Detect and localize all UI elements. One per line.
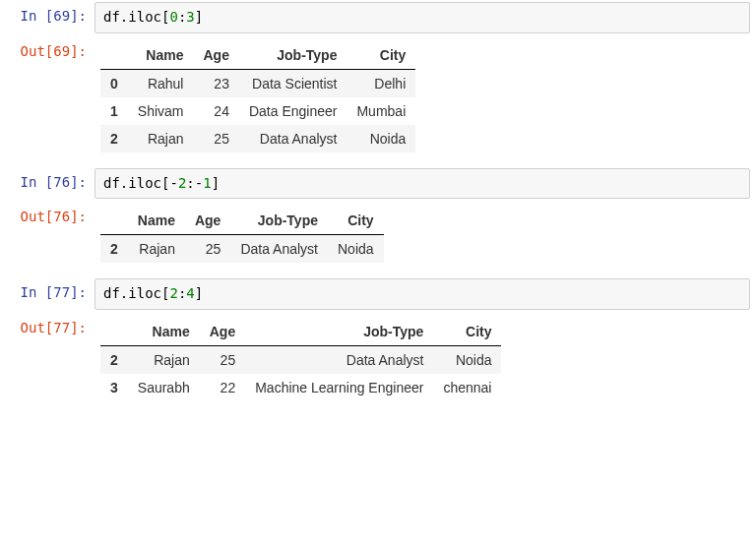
cell-value: Data Analyst: [239, 125, 347, 152]
code-token: iloc: [128, 175, 161, 191]
cell-value: Noida: [328, 235, 384, 264]
cell-value: 23: [193, 69, 238, 97]
cell-value: Noida: [433, 345, 501, 374]
table-row: 3Saurabh22Machine Learning Engineerchenn…: [100, 374, 501, 401]
output-area: NameAgeJob-TypeCity0Rahul23Data Scientis…: [94, 37, 756, 164]
row-index: 0: [100, 69, 128, 97]
table-body: 2Rajan25Data AnalystNoida: [100, 235, 384, 264]
code-token: 2: [169, 285, 177, 301]
cell-value: Data Engineer: [239, 97, 347, 125]
output-area: NameAgeJob-TypeCity2Rajan25Data AnalystN…: [94, 203, 756, 274]
input-cell: In [76]:df.iloc[-2:-1]: [0, 166, 756, 202]
cell-value: 25: [200, 345, 245, 374]
code-token: 3: [186, 9, 194, 25]
code-token: :: [186, 175, 194, 191]
cell-value: Shivam: [128, 97, 194, 125]
cell-value: Noida: [346, 125, 415, 152]
code-token: 0: [169, 9, 177, 25]
table-head: NameAgeJob-TypeCity: [100, 318, 501, 346]
cell-value: Rajan: [128, 125, 194, 152]
index-header: [100, 318, 128, 346]
code-token: df: [103, 175, 120, 191]
cell-value: Saurabh: [128, 374, 200, 401]
cell-value: Rajan: [128, 235, 185, 264]
cell-value: Data Analyst: [245, 345, 433, 374]
code-token: ]: [195, 9, 203, 25]
column-header: Age: [193, 41, 238, 70]
cell-value: Data Scientist: [239, 69, 347, 97]
code-token: ]: [195, 285, 203, 301]
output-cell: Out[77]:NameAgeJob-TypeCity2Rajan25Data …: [0, 312, 756, 415]
column-header: Job-Type: [230, 207, 328, 235]
code-token: -: [169, 175, 177, 191]
index-header: [100, 207, 128, 235]
table-row: 1Shivam24Data EngineerMumbai: [100, 97, 415, 125]
code-token: ]: [212, 175, 220, 191]
code-token: 1: [203, 175, 211, 191]
out-prompt: Out[69]:: [4, 37, 94, 61]
column-header: Name: [128, 318, 200, 346]
row-index: 2: [100, 235, 128, 264]
cell-value: 24: [193, 97, 238, 125]
code-token: 4: [186, 285, 194, 301]
in-prompt: In [77]:: [4, 278, 94, 302]
out-prompt: Out[77]:: [4, 314, 94, 337]
dataframe-table: NameAgeJob-TypeCity2Rajan25Data AnalystN…: [100, 207, 384, 263]
output-area: NameAgeJob-TypeCity2Rajan25Data AnalystN…: [94, 314, 756, 413]
code-input[interactable]: df.iloc[-2:-1]: [94, 168, 750, 200]
dataframe-table: NameAgeJob-TypeCity2Rajan25Data AnalystN…: [100, 318, 501, 401]
cell-value: Delhi: [346, 69, 415, 97]
table-head: NameAgeJob-TypeCity: [100, 207, 384, 235]
table-row: 2Rajan25Data AnalystNoida: [100, 235, 384, 264]
cell-value: 25: [185, 235, 230, 264]
table-body: 2Rajan25Data AnalystNoida3Saurabh22Machi…: [100, 345, 501, 401]
code-input[interactable]: df.iloc[0:3]: [94, 2, 750, 33]
table-header-row: NameAgeJob-TypeCity: [100, 41, 415, 70]
dataframe-table: NameAgeJob-TypeCity0Rahul23Data Scientis…: [100, 41, 415, 152]
input-cell: In [69]:df.iloc[0:3]: [0, 0, 756, 35]
column-header: Name: [128, 207, 185, 235]
code-token: df: [103, 285, 120, 301]
code-token: iloc: [128, 9, 161, 25]
output-cell: Out[76]:NameAgeJob-TypeCity2Rajan25Data …: [0, 201, 756, 276]
table-header-row: NameAgeJob-TypeCity: [100, 207, 384, 235]
input-cell: In [77]:df.iloc[2:4]: [0, 276, 756, 312]
table-row: 2Rajan25Data AnalystNoida: [100, 345, 501, 374]
out-prompt: Out[76]:: [4, 203, 94, 226]
cell-value: chennai: [433, 374, 501, 401]
column-header: Name: [128, 41, 194, 70]
column-header: City: [328, 207, 384, 235]
row-index: 2: [100, 345, 128, 374]
column-header: City: [346, 41, 415, 70]
cell-value: Rahul: [128, 69, 194, 97]
output-cell: Out[69]:NameAgeJob-TypeCity0Rahul23Data …: [0, 35, 756, 166]
code-input[interactable]: df.iloc[2:4]: [94, 278, 750, 310]
cell-value: 25: [193, 125, 238, 152]
table-row: 0Rahul23Data ScientistDelhi: [100, 69, 415, 97]
index-header: [100, 41, 128, 70]
table-header-row: NameAgeJob-TypeCity: [100, 318, 501, 346]
row-index: 1: [100, 97, 128, 125]
cell-value: Rajan: [128, 345, 200, 374]
cell-value: Machine Learning Engineer: [245, 374, 433, 401]
code-token: -: [195, 175, 203, 191]
column-header: Job-Type: [239, 41, 347, 70]
notebook: In [69]:df.iloc[0:3]Out[69]:NameAgeJob-T…: [0, 0, 756, 415]
in-prompt: In [76]:: [4, 168, 94, 192]
column-header: City: [433, 318, 501, 346]
row-index: 3: [100, 374, 128, 401]
table-row: 2Rajan25Data AnalystNoida: [100, 125, 415, 152]
column-header: Age: [185, 207, 230, 235]
column-header: Age: [200, 318, 245, 346]
code-token: df: [103, 9, 120, 25]
column-header: Job-Type: [245, 318, 433, 346]
in-prompt: In [69]:: [4, 2, 94, 26]
code-token: iloc: [128, 285, 161, 301]
cell-value: 22: [200, 374, 245, 401]
row-index: 2: [100, 125, 128, 152]
cell-value: Mumbai: [346, 97, 415, 125]
cell-value: Data Analyst: [230, 235, 328, 264]
table-body: 0Rahul23Data ScientistDelhi1Shivam24Data…: [100, 69, 415, 152]
table-head: NameAgeJob-TypeCity: [100, 41, 415, 70]
